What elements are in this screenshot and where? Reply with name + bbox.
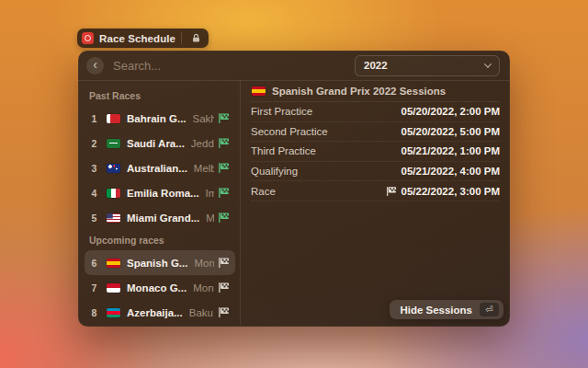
year-dropdown-value: 2022 bbox=[364, 60, 388, 71]
checkered-flag-icon bbox=[218, 212, 230, 224]
race-name: Australian... bbox=[127, 163, 187, 174]
race-name: Emilia Roma... bbox=[127, 188, 199, 199]
window-tag[interactable]: Race Schedule bbox=[77, 29, 209, 48]
spain-flag-icon bbox=[252, 86, 266, 96]
session-row[interactable]: First Practice05/20/2022, 2:00 PM bbox=[251, 102, 500, 122]
year-dropdown[interactable]: 2022 bbox=[355, 55, 500, 76]
italy-flag-icon bbox=[107, 189, 120, 198]
saudi-flag-icon bbox=[107, 139, 120, 148]
race-row[interactable]: 7Monaco G...Monte-Carl... bbox=[85, 275, 235, 300]
session-row[interactable]: Third Practice05/21/2022, 1:00 PM bbox=[251, 142, 500, 162]
race-location: Miami, USA bbox=[206, 213, 214, 224]
monaco-flag-icon bbox=[107, 283, 120, 293]
checkered-flag-icon bbox=[386, 186, 397, 197]
session-datetime: 05/20/2022, 5:00 PM bbox=[401, 126, 500, 137]
checkered-flag-icon bbox=[218, 187, 230, 199]
checkered-flag-icon bbox=[218, 257, 230, 269]
search-bar: ‹ 2022 bbox=[78, 51, 510, 81]
bahrain-flag-icon bbox=[107, 114, 120, 123]
content-panels: Past Races1Bahrain G...Sakhir, Bahr... 2… bbox=[78, 81, 510, 326]
race-index: 3 bbox=[88, 163, 100, 174]
hide-sessions-button[interactable]: Hide Sessions ⏎ bbox=[390, 300, 503, 319]
checkered-flag-icon bbox=[218, 137, 230, 149]
race-schedule-extension-icon bbox=[82, 32, 94, 44]
australia-flag-icon bbox=[107, 164, 120, 173]
race-index: 5 bbox=[88, 213, 100, 224]
race-location: Baku, Azerb... bbox=[189, 307, 214, 318]
azerbaijan-flag-icon bbox=[107, 308, 120, 317]
session-label: Third Practice bbox=[251, 145, 316, 156]
race-row[interactable]: 6Spanish G...Montmeló,... bbox=[85, 250, 235, 275]
race-row[interactable]: 2Saudi Ara...Jeddah, Sa... bbox=[85, 131, 235, 155]
window-tag-label: Race Schedule bbox=[99, 33, 175, 44]
race-index: 2 bbox=[88, 138, 100, 149]
race-list: Past Races1Bahrain G...Sakhir, Bahr... 2… bbox=[78, 81, 241, 326]
race-row[interactable]: 3Australian...Melbourne,... bbox=[85, 155, 235, 180]
search-input[interactable] bbox=[113, 59, 324, 73]
usa-flag-icon bbox=[107, 213, 120, 223]
sessions-title: Spanish Grand Prix 2022 Sessions bbox=[272, 86, 446, 97]
section-title: Upcoming races bbox=[89, 235, 232, 247]
session-row[interactable]: Qualifying05/21/2022, 4:00 PM bbox=[251, 162, 500, 182]
race-name: Bahrain G... bbox=[127, 113, 187, 124]
race-index: 8 bbox=[88, 307, 100, 318]
race-index: 6 bbox=[88, 258, 100, 269]
race-index: 1 bbox=[88, 113, 100, 124]
session-datetime: 05/21/2022, 1:00 PM bbox=[401, 145, 500, 156]
session-label: First Practice bbox=[251, 106, 312, 117]
race-location: Montmeló,... bbox=[194, 258, 214, 269]
enter-key-icon: ⏎ bbox=[480, 303, 499, 316]
lock-icon[interactable] bbox=[187, 30, 204, 46]
race-name: Azerbaija... bbox=[127, 307, 183, 318]
race-row[interactable]: 8Azerbaija...Baku, Azerb... bbox=[85, 300, 235, 325]
session-row[interactable]: Second Practice05/20/2022, 5:00 PM bbox=[251, 122, 500, 143]
tag-divider bbox=[181, 32, 182, 44]
race-location: Sakhir, Bahr... bbox=[193, 113, 214, 124]
checkered-flag-icon bbox=[218, 162, 230, 174]
race-location: Melbourne,... bbox=[194, 163, 214, 174]
race-index: 7 bbox=[88, 282, 100, 293]
chevron-down-icon bbox=[484, 60, 492, 67]
race-name: Miami Grand... bbox=[127, 213, 199, 224]
session-datetime: 05/22/2022, 3:00 PM bbox=[386, 186, 500, 197]
session-datetime: 05/21/2022, 4:00 PM bbox=[401, 166, 500, 177]
race-name: Saudi Ara... bbox=[127, 138, 185, 149]
race-name: Spanish G... bbox=[127, 258, 187, 269]
back-button[interactable]: ‹ bbox=[86, 57, 104, 75]
sessions-header: Spanish Grand Prix 2022 Sessions bbox=[251, 81, 500, 102]
race-index: 4 bbox=[88, 188, 100, 199]
section-title: Past Races bbox=[89, 90, 232, 102]
race-row[interactable]: 9Canadian...Montreal, C... bbox=[85, 325, 235, 326]
race-schedule-window: ‹ 2022 Past Races1Bahrain G...Sakhir, Ba… bbox=[78, 51, 510, 327]
session-label: Second Practice bbox=[251, 126, 328, 137]
session-list: First Practice05/20/2022, 2:00 PMSecond … bbox=[251, 102, 500, 201]
session-label: Qualifying bbox=[251, 166, 298, 177]
race-name: Monaco G... bbox=[127, 282, 187, 293]
race-row[interactable]: 4Emilia Roma...Imola, Italy bbox=[85, 180, 235, 205]
race-location: Imola, Italy bbox=[206, 188, 214, 199]
race-location: Jeddah, Sa... bbox=[191, 138, 214, 149]
sessions-panel: Spanish Grand Prix 2022 Sessions First P… bbox=[241, 81, 510, 326]
checkered-flag-icon bbox=[218, 282, 230, 293]
race-location: Monte-Carl... bbox=[193, 282, 214, 293]
race-row[interactable]: 5Miami Grand...Miami, USA bbox=[85, 205, 235, 230]
race-row[interactable]: 1Bahrain G...Sakhir, Bahr... bbox=[85, 106, 235, 131]
checkered-flag-icon bbox=[218, 112, 230, 124]
spain-flag-icon bbox=[107, 259, 120, 268]
session-label: Race bbox=[251, 186, 276, 197]
session-row[interactable]: Race 05/22/2022, 3:00 PM bbox=[251, 181, 500, 201]
session-datetime: 05/20/2022, 2:00 PM bbox=[401, 106, 500, 117]
checkered-flag-icon bbox=[218, 306, 230, 318]
